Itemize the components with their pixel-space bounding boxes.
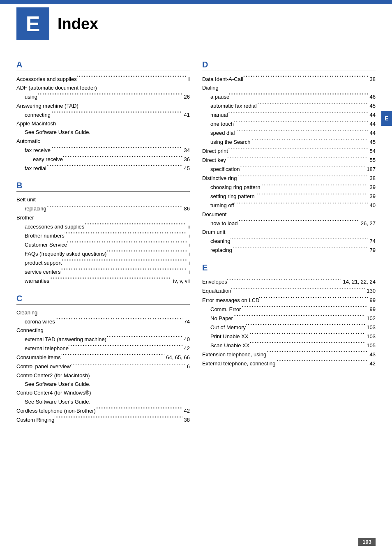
entry-page: 42 <box>182 406 190 415</box>
dot-leader <box>243 74 368 81</box>
page-title: Index <box>58 15 98 33</box>
entry-page: 38 <box>182 416 190 424</box>
entry-label: setting ring pattern <box>202 192 255 201</box>
entry-label: See Software User's Guide. <box>16 397 90 406</box>
entry-label: speed dial <box>202 129 235 137</box>
entry-page: 187 <box>365 165 376 173</box>
entry-page: 45 <box>368 102 376 110</box>
index-entry: Brother <box>16 213 190 222</box>
section-header-E: E <box>202 263 376 274</box>
index-entry: connecting41 <box>16 110 190 119</box>
dot-leader <box>249 332 365 338</box>
dot-leader <box>46 164 182 170</box>
dot-leader <box>241 305 368 311</box>
index-entry: easy receive36 <box>16 155 190 164</box>
index-entry: Drum unit <box>202 228 376 236</box>
section-A: AAccessories and suppliesiiADF (automati… <box>16 60 190 173</box>
dot-leader <box>230 237 368 243</box>
section-header-B: B <box>16 181 190 192</box>
section-B: BBelt unitreplacing86Brotheraccessories … <box>16 181 190 285</box>
entry-label: manual <box>202 111 228 119</box>
index-entry: Equalization130 <box>202 286 376 295</box>
entry-page: 102 <box>365 314 376 323</box>
index-entry: automatic fax redial45 <box>202 102 376 111</box>
entry-page: 54 <box>368 147 376 155</box>
dot-leader <box>65 231 187 238</box>
dot-leader <box>51 145 182 152</box>
dot-leader <box>235 129 368 135</box>
entry-page: i <box>187 259 190 267</box>
entry-label: Dialing <box>202 83 219 92</box>
entry-label: one touch <box>202 120 234 128</box>
index-entry: one touch44 <box>202 120 376 129</box>
entry-page: 6 <box>185 362 190 371</box>
index-entry: ControlCenter4 (for Windows®) <box>16 388 190 397</box>
entry-page: 99 <box>368 305 376 314</box>
index-entry: replacing86 <box>16 204 190 213</box>
entry-page: 38 <box>368 75 376 83</box>
entry-label: Distinctive ring <box>202 174 237 182</box>
top-bar <box>0 0 392 4</box>
entry-label: External telephone, connecting <box>202 359 276 368</box>
dot-leader <box>234 120 368 126</box>
index-entry: Automatic <box>16 137 190 145</box>
index-entry: manual44 <box>202 111 376 120</box>
entry-label: replacing <box>16 204 46 213</box>
page-header: E Index <box>0 0 392 48</box>
index-entry: Out of Memory103 <box>202 323 376 332</box>
entry-label: easy receive <box>16 155 63 164</box>
dot-leader <box>266 350 368 356</box>
index-entry: See Software User's Guide. <box>16 380 190 388</box>
entry-page: i <box>187 249 190 258</box>
entry-page: 26 <box>182 92 190 101</box>
entry-page: 39 <box>368 192 376 201</box>
index-entry: Connecting <box>16 326 190 335</box>
index-entry: warrantiesiv, v, vii <box>16 276 190 285</box>
dot-leader <box>237 174 368 180</box>
entry-page: 74 <box>368 237 376 245</box>
entry-page: 103 <box>365 323 376 332</box>
dot-leader <box>96 406 182 413</box>
index-entry: product supporti <box>16 258 190 267</box>
entry-page: i <box>187 231 190 240</box>
entry-page: 14, 21, 22, 24 <box>341 277 376 286</box>
entry-page: 46 <box>368 92 376 101</box>
dot-leader <box>228 147 368 153</box>
index-entry: Customer Servicei <box>16 240 190 249</box>
entry-label: Cordless telephone (non-Brother) <box>16 406 96 415</box>
dot-leader <box>71 362 185 369</box>
index-entry: Answering machine (TAD) <box>16 102 190 110</box>
entry-label: ADF (automatic document feeder) <box>16 83 97 92</box>
entry-label: product support <box>16 259 62 267</box>
chapter-letter: E <box>26 12 40 36</box>
dot-leader <box>62 258 187 265</box>
dot-leader <box>55 317 182 323</box>
dot-leader <box>276 359 368 365</box>
entry-label: service centers <box>16 268 60 276</box>
entry-page: 42 <box>182 344 190 353</box>
entry-label: Cleaning <box>16 308 37 317</box>
index-entry: Print Unable XX103 <box>202 332 376 341</box>
entry-label: automatic fax redial <box>202 102 257 110</box>
index-entry: choosing ring pattern39 <box>202 183 376 192</box>
index-entry: turning off40 <box>202 201 376 210</box>
entry-label: Custom Ringing <box>16 416 55 424</box>
entry-label: ControlCenter2 (for Macintosh) <box>16 371 90 380</box>
entry-label: Drum unit <box>202 228 225 236</box>
entry-label: Print Unable XX <box>202 332 249 341</box>
index-entry: cleaning74 <box>202 237 376 246</box>
dot-leader <box>106 335 182 341</box>
entry-label: how to load <box>202 219 238 228</box>
entry-label: external TAD (answering machine) <box>16 335 106 344</box>
index-entry: Control panel overview6 <box>16 362 190 371</box>
entry-label: Customer Service <box>16 240 67 249</box>
index-entry: Distinctive ring38 <box>202 174 376 183</box>
index-entry: setting ring pattern39 <box>202 192 376 201</box>
dot-leader <box>77 74 186 81</box>
index-entry: Consumable items64, 65, 66 <box>16 353 190 362</box>
entry-label: fax receive <box>16 146 51 155</box>
index-entry: Cleaning <box>16 308 190 317</box>
entry-page: 86 <box>182 204 190 213</box>
index-entry: FAQs (frequently asked questions)i <box>16 249 190 258</box>
index-entry: Direct key55 <box>202 156 376 165</box>
